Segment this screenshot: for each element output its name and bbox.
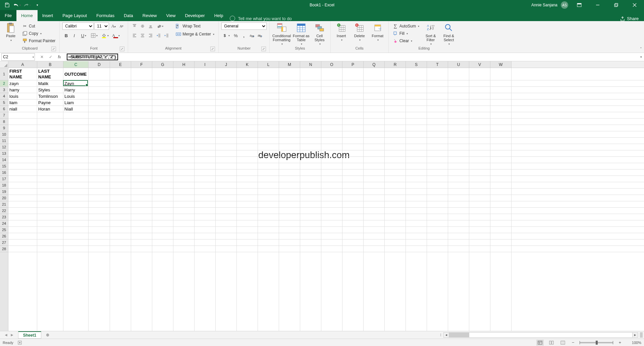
row-header[interactable]: 5 <box>0 99 8 106</box>
comma-format-icon[interactable]: , <box>240 32 248 39</box>
column-header[interactable]: D <box>89 61 110 68</box>
align-left-icon[interactable] <box>131 32 138 39</box>
orientation-icon[interactable]: ab▾ <box>155 22 165 30</box>
tab-formulas[interactable]: Formulas <box>92 10 119 21</box>
fill-color-button[interactable]: ▾ <box>100 32 110 39</box>
clipboard-launcher[interactable]: ⤢ <box>51 47 56 51</box>
format-cells-button[interactable]: Format▾ <box>370 22 386 42</box>
tab-file[interactable]: File <box>0 10 16 21</box>
borders-button[interactable]: ▾ <box>89 32 99 39</box>
column-header[interactable]: T <box>427 61 448 68</box>
cancel-formula-icon[interactable]: ✕ <box>38 53 46 61</box>
fill-button[interactable]: Fill▾ <box>391 30 421 37</box>
row-header[interactable]: 13 <box>0 150 8 157</box>
add-sheet-button[interactable]: ⊕ <box>44 331 51 339</box>
row-header[interactable]: 9 <box>0 125 8 131</box>
autosum-button[interactable]: ∑AutoSum▾ <box>391 22 421 30</box>
increase-font-icon[interactable]: A▴ <box>110 22 117 30</box>
decrease-indent-icon[interactable] <box>155 32 162 39</box>
wrap-text-button[interactable]: abcWrap Text <box>174 22 216 30</box>
zoom-level[interactable]: 100% <box>627 341 641 345</box>
name-box[interactable]: C2▾ <box>1 53 35 61</box>
column-header[interactable]: I <box>195 61 216 68</box>
column-header[interactable]: K <box>237 61 258 68</box>
column-header[interactable]: S <box>406 61 427 68</box>
row-header[interactable]: 23 <box>0 214 8 220</box>
underline-button[interactable]: U▾ <box>78 32 89 39</box>
row-header[interactable]: 1 <box>0 68 8 80</box>
row-header[interactable]: 20 <box>0 195 8 201</box>
align-right-icon[interactable] <box>147 32 154 39</box>
horizontal-scrollbar[interactable]: ◄ ► <box>443 332 638 338</box>
collapse-ribbon-icon[interactable]: ˄ <box>640 47 642 51</box>
row-header[interactable]: 18 <box>0 182 8 189</box>
column-header[interactable]: H <box>173 61 195 68</box>
row-header[interactable]: 12 <box>0 144 8 150</box>
tell-me[interactable]: Tell me what you want to do <box>230 16 291 21</box>
row-header[interactable]: 11 <box>0 138 8 144</box>
number-launcher[interactable]: ⤢ <box>261 47 266 51</box>
customize-qat-icon[interactable]: ▾ <box>34 1 41 9</box>
row-header[interactable]: 16 <box>0 169 8 176</box>
align-middle-icon[interactable] <box>139 22 146 30</box>
column-header[interactable]: F <box>131 61 152 68</box>
paste-button[interactable]: Paste▾ <box>3 22 19 43</box>
clear-button[interactable]: Clear▾ <box>391 37 421 45</box>
row-header[interactable]: 17 <box>0 176 8 182</box>
row-header[interactable]: 28 <box>0 246 8 252</box>
insert-cells-button[interactable]: +Insert▾ <box>333 22 350 42</box>
cells-area[interactable]: developerpublish.com FIRST NAMELAST NAME… <box>8 68 644 331</box>
row-header[interactable]: 26 <box>0 233 8 239</box>
undo-icon[interactable]: ▾ <box>13 1 21 9</box>
column-header[interactable]: A <box>8 61 37 68</box>
sheet-tab-active[interactable]: Sheet1 <box>18 331 41 339</box>
zoom-thumb[interactable] <box>596 341 598 345</box>
column-header[interactable]: W <box>490 61 512 68</box>
tab-help[interactable]: Help <box>210 10 228 21</box>
row-header[interactable]: 19 <box>0 189 8 195</box>
column-header[interactable]: V <box>469 61 490 68</box>
row-header[interactable]: 25 <box>0 227 8 233</box>
column-header[interactable]: L <box>258 61 279 68</box>
tab-developer[interactable]: Developer <box>180 10 209 21</box>
formula-input[interactable] <box>65 53 638 61</box>
bold-button[interactable]: B <box>62 32 70 39</box>
zoom-out-button[interactable]: − <box>571 340 576 345</box>
row-header[interactable]: 8 <box>0 119 8 125</box>
increase-indent-icon[interactable] <box>163 32 170 39</box>
column-header[interactable]: J <box>216 61 237 68</box>
row-header[interactable]: 22 <box>0 208 8 214</box>
page-break-view-icon[interactable] <box>559 340 567 346</box>
tab-page-layout[interactable]: Page Layout <box>58 10 92 21</box>
ribbon-display-icon[interactable] <box>572 0 587 10</box>
scroll-right-icon[interactable]: ► <box>632 333 638 337</box>
sheet-prev-icon[interactable]: ◄ <box>4 333 8 337</box>
cut-button[interactable]: ✂Cut <box>21 22 57 30</box>
column-header[interactable]: R <box>385 61 406 68</box>
scroll-left-icon[interactable]: ◄ <box>444 333 449 337</box>
save-icon[interactable] <box>3 1 11 9</box>
align-bottom-icon[interactable] <box>147 22 154 30</box>
tab-review[interactable]: Review <box>138 10 162 21</box>
scroll-thumb[interactable] <box>449 333 469 337</box>
row-header[interactable]: 14 <box>0 157 8 163</box>
merge-center-button[interactable]: Merge & Center▾ <box>174 30 216 38</box>
insert-function-icon[interactable]: fx <box>55 53 64 61</box>
enter-formula-icon[interactable]: ✓ <box>46 53 55 61</box>
minimize-button[interactable] <box>590 0 605 10</box>
tab-view[interactable]: View <box>161 10 180 21</box>
select-all-button[interactable] <box>0 61 8 68</box>
percent-format-icon[interactable]: % <box>232 32 239 39</box>
zoom-in-button[interactable]: + <box>617 340 623 345</box>
align-top-icon[interactable] <box>131 22 138 30</box>
row-header[interactable]: 7 <box>0 112 8 119</box>
tab-insert[interactable]: Insert <box>38 10 58 21</box>
decrease-decimal-icon[interactable]: .00.0 <box>256 32 264 39</box>
user-avatar[interactable]: AS <box>561 1 568 9</box>
column-header[interactable]: O <box>321 61 342 68</box>
increase-decimal-icon[interactable]: .0.00 <box>248 32 256 39</box>
cell-styles-button[interactable]: Cell Styles▾ <box>312 22 328 46</box>
decrease-font-icon[interactable]: A▾ <box>118 22 125 30</box>
column-header[interactable]: B <box>37 61 63 68</box>
find-select-button[interactable]: Find & Select▾ <box>441 22 457 46</box>
